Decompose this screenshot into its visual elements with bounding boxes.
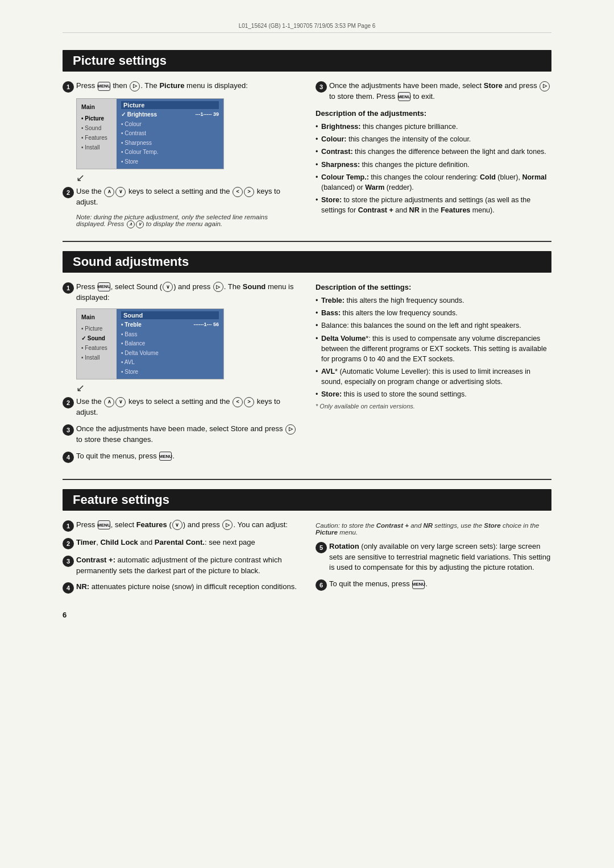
sound-desc-list: Treble: this alters the high frequency s… [316, 295, 551, 399]
sound-menu-header: Sound [121, 311, 219, 319]
left-sound: < [233, 397, 243, 407]
down-icon-note: ∨ [136, 220, 144, 228]
picture-desc-sharpness: Sharpness: this changes the picture defi… [316, 160, 551, 170]
feature-settings-title: Feature settings [63, 489, 551, 511]
menu-btn-feat: MENU [98, 520, 110, 529]
menu-picture-header: Picture [121, 101, 219, 109]
feature-step-5: 5 Rotation (only available on very large… [316, 541, 551, 574]
treble-slider: ------1--- 56 [194, 320, 219, 329]
sound-desc-bass: Bass: this alters the low frequency soun… [316, 308, 551, 318]
sound-menu-features: • Features [81, 343, 112, 353]
sound-menu-bass: • Bass [121, 330, 219, 340]
ok-sound: ▷ [285, 424, 296, 435]
menu-button-icon: MENU [98, 82, 110, 91]
feature-step-num-5: 5 [316, 542, 327, 553]
menu-quit-sound: MENU [159, 452, 172, 461]
sound-menu-deltavolume: • Delta Volume [121, 349, 219, 358]
feature-step-text-3: Contrast +: automatic adjustment of the … [76, 555, 298, 577]
right-btn-feat: ▷ [222, 520, 233, 530]
up-sound: ∧ [104, 397, 114, 407]
picture-desc-store: Store: to store the picture adjustments … [316, 195, 551, 215]
sound-desc-balance: Balance: this balances the sound on the … [316, 320, 551, 331]
sound-desc-deltavolume: Delta Volume*: this is used to compensat… [316, 333, 551, 364]
picture-step-2: 2 Use the ∧∨ keys to select a setting an… [63, 186, 298, 208]
menu-btn-sound: MENU [98, 282, 110, 291]
menu-store-item: • Store [121, 157, 219, 167]
feature-steps-left: 1 Press MENU, select Features (∨) and pr… [63, 520, 298, 600]
picture-desc-title: Description of the adjustments: [316, 108, 551, 119]
section-divider-1 [63, 241, 551, 242]
right-sound: > [244, 397, 254, 407]
menu-main-header: Main [81, 102, 112, 112]
picture-settings-section: Picture settings 1 Press MENU then ▷. Th… [63, 50, 551, 231]
header-line: L01_15624 (GB) 1-1_190705 7/19/05 3:53 P… [63, 23, 551, 33]
menu-colourtemp-item: • Colour Temp. [121, 148, 219, 157]
picture-menu-screenshot: Main • Picture • Sound • Features • Inst… [76, 98, 224, 169]
sound-desc-treble: Treble: this alters the high frequency s… [316, 295, 551, 306]
sound-menu-balance: • Balance [121, 339, 219, 349]
picture-note: Note: during the picture adjustment, onl… [76, 214, 298, 228]
menu-quit-feat: MENU [412, 580, 425, 589]
page-number: 6 [63, 611, 551, 619]
feature-settings-section: Feature settings 1 Press MENU, select Fe… [63, 489, 551, 600]
sound-menu-store: • Store [121, 368, 219, 377]
sound-step-num-3: 3 [63, 424, 74, 436]
feature-step-num-6: 6 [316, 579, 327, 591]
feature-step-text-1: Press MENU, select Features (∨) and pres… [76, 520, 298, 531]
menu-left-panel: Main • Picture • Sound • Features • Inst… [77, 99, 117, 169]
feature-step-4: 4 NR: attenuates picture noise (snow) in… [63, 582, 298, 594]
sound-step-text-4: To quit the menus, press MENU. [76, 451, 298, 462]
sound-menu-avl: • AVL [121, 358, 219, 368]
feature-step-num-4: 4 [63, 582, 74, 594]
section-divider-2 [63, 479, 551, 480]
sound-step-3: 3 Once the adjustments have been made, s… [63, 424, 298, 445]
feature-caution: Caution: to store the Contrast + and NR … [316, 522, 551, 536]
feature-step-text-2: Timer, Child Lock and Parental Cont.: se… [76, 537, 298, 548]
sound-menu-treble: • Treble ------1--- 56 [121, 320, 219, 330]
picture-settings-content: 1 Press MENU then ▷. The Picture menu is… [63, 81, 551, 231]
sound-step-num-1: 1 [63, 282, 74, 294]
sound-step-num-2: 2 [63, 397, 74, 408]
down-btn-feat: ∨ [172, 520, 182, 530]
up-arrow-icon: ∧ [104, 187, 114, 197]
feature-steps-right: Caution: to store the Contrast + and NR … [316, 520, 551, 600]
sound-steps-left: 1 Press MENU, select Sound (∨) and press… [63, 282, 298, 469]
sound-footnote: * Only available on certain versions. [316, 402, 551, 411]
sound-menu-picture: • Picture [81, 324, 112, 333]
feature-step-2: 2 Timer, Child Lock and Parental Cont.: … [63, 537, 298, 549]
left-arrow-icon: < [233, 187, 243, 197]
step-num-2: 2 [63, 187, 74, 198]
sound-description: Description of the settings: Treble: thi… [316, 282, 551, 411]
menu-colour-item: • Colour [121, 120, 219, 130]
menu-contrast-item: • Contrast [121, 129, 219, 139]
sound-step-1: 1 Press MENU, select Sound (∨) and press… [63, 282, 298, 303]
sound-menu-left: Main • Picture ✓ Sound • Features • Inst… [77, 309, 117, 379]
sound-step-2: 2 Use the ∧∨ keys to select a setting an… [63, 397, 298, 418]
sound-menu-screenshot: Main • Picture ✓ Sound • Features • Inst… [76, 308, 224, 379]
picture-desc-colour: Colour: this changes the intensity of th… [316, 134, 551, 144]
feature-step-3: 3 Contrast +: automatic adjustment of th… [63, 555, 298, 577]
feature-step-num-1: 1 [63, 520, 74, 532]
feature-step-num-2: 2 [63, 538, 74, 549]
feature-step-text-5: Rotation (only available on very large s… [329, 541, 551, 574]
picture-desc-brightness: Brightness: this changes picture brillia… [316, 122, 551, 132]
feature-step-1: 1 Press MENU, select Features (∨) and pr… [63, 520, 298, 532]
feature-step-text-4: NR: attenuates picture noise (snow) in d… [76, 582, 298, 592]
picture-desc-contrast: Contrast: this changes the difference be… [316, 147, 551, 157]
sound-steps-right: Description of the settings: Treble: thi… [316, 282, 551, 469]
right-btn-sound: ▷ [213, 282, 223, 292]
feature-step-num-3: 3 [63, 556, 74, 567]
down-sound: ∨ [115, 397, 126, 407]
up-icon-note: ∧ [127, 220, 135, 228]
picture-steps-left: 1 Press MENU then ▷. The Picture menu is… [63, 81, 298, 231]
sound-menu-install: • Install [81, 353, 112, 362]
sound-desc-title: Description of the settings: [316, 282, 551, 293]
sound-menu-main-header: Main [81, 312, 112, 323]
sound-menu-arrow: ↙ [76, 382, 298, 394]
down-arrow-icon: ∨ [115, 187, 126, 197]
right-arrow-icon: ▷ [130, 81, 140, 91]
picture-step-3: 3 Once the adjustments have been made, s… [316, 81, 551, 102]
picture-settings-title: Picture settings [63, 50, 551, 72]
feature-settings-content: 1 Press MENU, select Features (∨) and pr… [63, 520, 551, 600]
ok-icon: ▷ [540, 81, 550, 91]
